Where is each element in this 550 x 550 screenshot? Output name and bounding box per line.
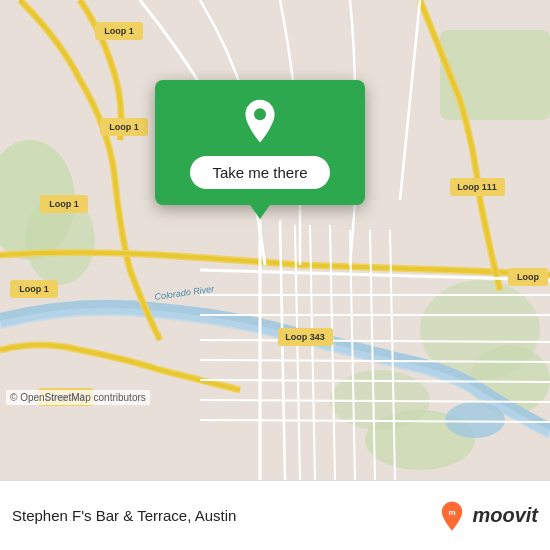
svg-text:Loop 1: Loop 1 (19, 284, 49, 294)
svg-text:Loop 111: Loop 111 (457, 182, 497, 192)
map-view[interactable]: Loop 1 Loop 1 Loop 1 Loop 1 Loop 111 Loo… (0, 0, 550, 480)
location-pin-icon (236, 98, 284, 146)
take-me-there-button[interactable]: Take me there (190, 156, 329, 189)
svg-text:Loop 343: Loop 343 (285, 332, 325, 342)
bottom-info-bar: Stephen F's Bar & Terrace, Austin m moov… (0, 480, 550, 550)
moovit-brand-label: moovit (472, 504, 538, 527)
svg-text:Loop 1: Loop 1 (49, 199, 79, 209)
svg-text:Loop 1: Loop 1 (109, 122, 139, 132)
svg-text:Loop 1: Loop 1 (104, 26, 134, 36)
svg-rect-3 (440, 30, 550, 120)
svg-point-8 (445, 402, 505, 438)
svg-text:Loop: Loop (517, 272, 539, 282)
svg-point-42 (254, 108, 266, 120)
location-popup: Take me there (155, 80, 365, 205)
map-copyright: © OpenStreetMap contributors (6, 390, 150, 405)
moovit-logo: m moovit (436, 500, 538, 532)
moovit-pin-icon: m (436, 500, 468, 532)
place-name-label: Stephen F's Bar & Terrace, Austin (12, 507, 436, 524)
svg-text:m: m (449, 508, 456, 517)
